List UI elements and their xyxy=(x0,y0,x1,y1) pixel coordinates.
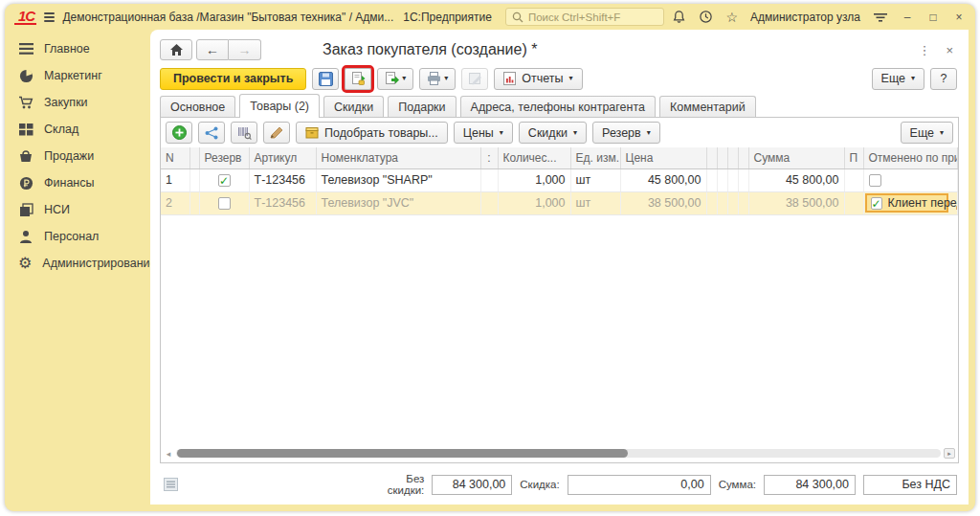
back-button[interactable]: ← xyxy=(196,39,229,60)
tab-addresses[interactable]: Адреса, телефоны контрагента xyxy=(460,96,656,117)
cell-qty[interactable]: 1,000 xyxy=(498,191,570,214)
create-based-on-button[interactable]: ▾ xyxy=(377,68,413,90)
more-button[interactable]: Еще ▾ xyxy=(872,68,924,90)
scroll-right-icon[interactable]: ▸ xyxy=(944,448,955,459)
scrollbar-track[interactable] xyxy=(176,449,941,458)
col-p[interactable]: П xyxy=(844,147,863,168)
cell-sum[interactable]: 38 500,00 xyxy=(748,191,844,214)
table-row[interactable]: 1 Т-123456 Телевизор "SHARP" 1,000 шт 45… xyxy=(161,168,958,191)
cell-price[interactable]: 45 800,00 xyxy=(620,168,706,191)
history-icon[interactable] xyxy=(699,10,713,24)
vat-field[interactable]: Без НДС xyxy=(863,475,957,495)
sidebar-item-warehouse[interactable]: Склад xyxy=(5,116,150,143)
footer-list-icon[interactable] xyxy=(164,478,178,491)
sidebar-item-personnel[interactable]: Персонал xyxy=(5,223,150,250)
help-button[interactable]: ? xyxy=(930,68,957,90)
col-article[interactable]: Артикул xyxy=(249,147,316,168)
scrollbar-thumb[interactable] xyxy=(177,449,628,458)
sidebar-item-purchases[interactable]: Закупки xyxy=(5,89,150,116)
maximize-button[interactable]: □ xyxy=(926,11,940,24)
col-spacer[interactable] xyxy=(738,147,748,168)
tab-goods[interactable]: Товары (2) xyxy=(239,94,320,118)
add-row-button[interactable] xyxy=(166,122,192,144)
current-user[interactable]: Администратор узла xyxy=(750,11,860,24)
tab-main[interactable]: Основное xyxy=(160,96,235,117)
tab-comment[interactable]: Комментарий xyxy=(659,96,756,117)
save-button[interactable] xyxy=(312,68,339,90)
sum-field[interactable]: 84 300,00 xyxy=(764,475,856,495)
col-n[interactable]: N xyxy=(161,147,189,168)
home-button[interactable] xyxy=(160,39,192,60)
cell-price[interactable]: 38 500,00 xyxy=(620,191,706,214)
col-spacer[interactable] xyxy=(717,147,727,168)
reserve-button[interactable]: Резерв ▾ xyxy=(592,122,660,144)
col-reserve[interactable]: Резерв xyxy=(199,147,249,168)
cell-article[interactable]: Т-123456 xyxy=(249,191,316,214)
scroll-left-icon[interactable]: ◂ xyxy=(164,449,173,459)
form-menu-icon[interactable]: ⋮ xyxy=(918,43,930,57)
tab-discounts[interactable]: Скидки xyxy=(323,96,384,117)
cancel-reason-cell[interactable]: Клиент передумал xyxy=(865,193,949,213)
structure-button[interactable] xyxy=(198,122,225,144)
reserve-checkbox[interactable] xyxy=(218,197,231,210)
cell-cancelled[interactable] xyxy=(863,168,958,191)
col-colon[interactable]: : xyxy=(480,147,498,168)
sidebar-item-finance[interactable]: Финансы xyxy=(5,169,150,196)
col-spacer[interactable] xyxy=(189,147,199,168)
cell-sum[interactable]: 45 800,00 xyxy=(748,168,844,191)
notifications-bell-icon[interactable] xyxy=(672,10,686,24)
global-search[interactable] xyxy=(505,8,665,26)
cell-qty[interactable]: 1,000 xyxy=(498,168,570,191)
col-cancelled[interactable]: Отменено по причине xyxy=(863,147,958,168)
cell-reserve[interactable] xyxy=(199,191,249,214)
col-sum[interactable]: Сумма xyxy=(748,147,844,168)
search-input[interactable] xyxy=(528,11,658,23)
no-discount-field[interactable]: 84 300,00 xyxy=(432,475,512,495)
sidebar-item-sales[interactable]: Продажи xyxy=(5,143,150,169)
cell-unit[interactable]: шт xyxy=(570,168,620,191)
post-document-button[interactable] xyxy=(345,68,371,90)
col-price[interactable]: Цена xyxy=(620,147,706,168)
pick-goods-button[interactable]: Подобрать товары... xyxy=(296,122,448,144)
reserve-checkbox[interactable] xyxy=(218,174,231,187)
edit-disabled-button[interactable] xyxy=(461,68,488,90)
cancelled-checkbox[interactable] xyxy=(869,174,881,187)
minimize-button[interactable]: – xyxy=(901,11,914,24)
col-qty[interactable]: Количес... xyxy=(498,147,570,168)
discounts-button[interactable]: Скидки ▾ xyxy=(519,122,587,144)
table-row-selected[interactable]: 2 Т-123456 Телевизор "JVC" 1,000 шт 38 5… xyxy=(161,191,958,214)
sidebar-item-administration[interactable]: ⚙ Администрирование xyxy=(5,250,150,277)
col-spacer[interactable] xyxy=(727,147,738,168)
sidebar-item-marketing[interactable]: Маркетинг xyxy=(5,62,150,89)
cell-n[interactable]: 2 xyxy=(161,191,189,214)
cell-reserve[interactable] xyxy=(199,168,249,191)
col-unit[interactable]: Ед. изм. xyxy=(570,147,620,168)
cell-nomenclature[interactable]: Телевизор "JVC" xyxy=(316,191,480,214)
1c-logo-icon: 1С xyxy=(14,10,36,25)
tab-gifts[interactable]: Подарки xyxy=(388,96,456,117)
discount-field[interactable]: 0,00 xyxy=(568,475,711,495)
reports-button[interactable]: Отчеты ▾ xyxy=(494,68,582,90)
connection-status-icon[interactable] xyxy=(873,11,888,23)
forward-button[interactable]: → xyxy=(229,39,261,60)
favorites-star-icon[interactable]: ☆ xyxy=(725,11,738,24)
cell-cancelled-active[interactable]: Клиент передумал xyxy=(863,191,958,214)
col-spacer[interactable] xyxy=(706,147,717,168)
main-menu-icon[interactable] xyxy=(44,11,55,24)
sidebar-item-main[interactable]: Главное xyxy=(5,35,150,62)
barcode-scan-button[interactable] xyxy=(231,122,257,144)
cell-nomenclature[interactable]: Телевизор "SHARP" xyxy=(316,168,480,191)
print-button[interactable]: ▾ xyxy=(419,68,456,90)
sidebar-item-nsi[interactable]: НСИ xyxy=(5,196,150,223)
close-window-button[interactable]: × xyxy=(952,11,966,24)
form-close-icon[interactable]: × xyxy=(946,43,953,57)
goods-more-button[interactable]: Еще ▾ xyxy=(901,122,953,144)
col-nomenclature[interactable]: Номенклатура xyxy=(316,147,480,168)
cancelled-checkbox[interactable] xyxy=(871,197,882,210)
edit-row-button[interactable] xyxy=(263,122,290,144)
cell-article[interactable]: Т-123456 xyxy=(249,168,316,191)
cell-n[interactable]: 1 xyxy=(161,168,189,191)
prices-button[interactable]: Цены ▾ xyxy=(454,122,513,144)
post-and-close-button[interactable]: Провести и закрыть xyxy=(160,68,306,90)
cell-unit[interactable]: шт xyxy=(570,191,620,214)
